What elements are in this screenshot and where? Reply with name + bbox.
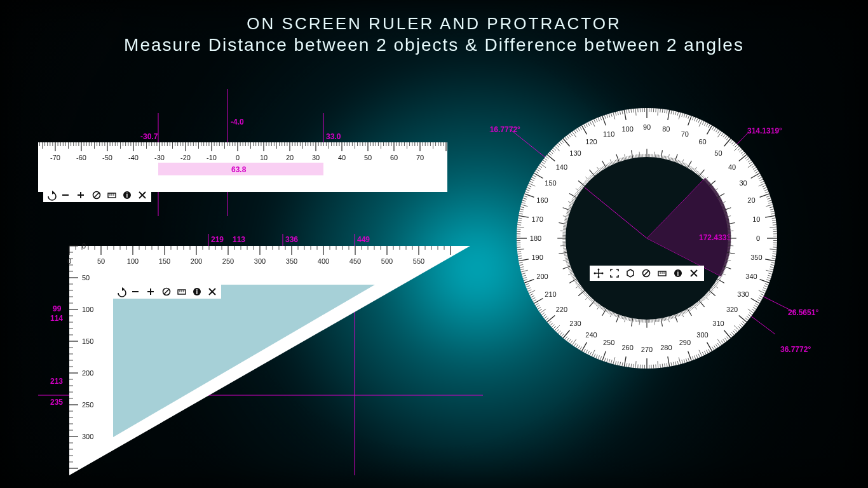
ruler2-v2: 114 xyxy=(50,314,63,323)
protractor-tick-label: 0 xyxy=(756,234,760,242)
ruler2-h-tick-label: 450 xyxy=(349,257,361,265)
protractor-tick-label: 70 xyxy=(681,130,689,138)
protractor-tick-label: 90 xyxy=(643,123,651,131)
protractor-tick-label: 240 xyxy=(585,331,597,339)
protractor-tick-label: 50 xyxy=(714,149,722,157)
ruler1-tick-label: 0 xyxy=(236,154,240,161)
protractor-tick-label: 40 xyxy=(728,163,736,171)
protractor-tick-label: 190 xyxy=(531,254,543,261)
ruler1-diff-label: 63.8 xyxy=(231,165,247,174)
ruler1-tick-label: 10 xyxy=(260,154,268,161)
ruler2-h1: 219 xyxy=(211,235,224,244)
protractor-tick-label: 120 xyxy=(585,138,597,146)
protractor-tick-label: 260 xyxy=(621,344,633,351)
ruler2-h4: 449 xyxy=(357,235,370,244)
ruler2-v3: 213 xyxy=(50,377,63,386)
info-icon[interactable]: i xyxy=(674,269,682,277)
ruler2-h-tick-label: 100 xyxy=(127,257,139,265)
ruler1-tick-label: -60 xyxy=(76,154,86,161)
ruler1-tick-label: -40 xyxy=(128,154,139,161)
protractor-tick-label: 10 xyxy=(752,215,760,223)
svg-text:i: i xyxy=(196,288,198,295)
ruler1-tick-label: -30 xyxy=(154,154,165,161)
page-heading: ON SCREEN RULER AND PROTRACTOR Measure D… xyxy=(0,14,868,55)
ruler2-v-tick-label: 250 xyxy=(82,401,93,409)
svg-rect-160 xyxy=(62,194,69,196)
svg-point-1024 xyxy=(598,276,600,278)
protractor-tick-label: 30 xyxy=(739,179,747,187)
ruler2-h-tick-label: 50 xyxy=(97,257,105,265)
protractor-tick-label: 140 xyxy=(556,163,567,171)
ruler1-tick-label: 20 xyxy=(286,154,294,161)
ruler2-h-tick-label: 400 xyxy=(318,257,329,265)
svg-text:i: i xyxy=(677,270,679,277)
ruler2-h-tick-label: 500 xyxy=(381,257,393,265)
protractor-tick-label: 250 xyxy=(603,339,614,346)
protractor-tick-label: 290 xyxy=(679,339,691,346)
ruler2-v1: 99 xyxy=(53,304,62,313)
ruler2-h-tick-label: 350 xyxy=(286,257,297,265)
protractor-tick-label: 280 xyxy=(660,344,672,351)
protractor-tick-label: 130 xyxy=(569,149,581,157)
svg-rect-162 xyxy=(80,192,81,198)
ruler1-tick-label: 70 xyxy=(416,154,424,161)
ruler2-h2: 113 xyxy=(233,235,245,244)
svg-point-1026 xyxy=(602,273,604,274)
protractor-tick-label: 200 xyxy=(536,273,548,280)
ruler2-h-tick-label: 550 xyxy=(413,257,424,265)
ruler1-tick-label: 30 xyxy=(312,154,320,161)
protractor-diff-inner: 172.4331 xyxy=(699,233,731,242)
ruler1-tick-label: -50 xyxy=(102,154,112,161)
info-icon[interactable]: i xyxy=(123,191,131,199)
protractor-angle2: 314.1319° xyxy=(747,126,782,135)
svg-rect-281 xyxy=(150,288,151,295)
triangle-ruler[interactable]: 235 213 114 99 449 336 219 113 050100150… xyxy=(38,234,521,488)
protractor-angle1: 216.7772° xyxy=(489,125,520,134)
protractor[interactable]: 216.7772° 314.1319° 26.5651° 36.7772° 17… xyxy=(489,89,845,419)
protractor-tick-label: 330 xyxy=(737,290,749,298)
ruler1-tick-label: -10 xyxy=(207,154,217,161)
ruler2-h-tick-label: 150 xyxy=(159,257,170,265)
ruler1-tick-label: -20 xyxy=(180,154,191,161)
ruler2-v-tick-label: 50 xyxy=(82,274,90,281)
protractor-tick-label: 300 xyxy=(696,331,708,339)
ruler1-marker-mid: -4.0 xyxy=(231,118,244,126)
protractor-angle4: 36.7772° xyxy=(780,345,811,354)
ruler1-marker-right: 33.0 xyxy=(326,132,341,141)
protractor-tick-label: 180 xyxy=(530,234,541,242)
svg-text:i: i xyxy=(126,192,128,199)
minus-icon[interactable] xyxy=(62,194,69,196)
ruler2-v-tick-label: 150 xyxy=(82,337,93,345)
linear-ruler[interactable]: -4.0 -30.7 33.0 -70-60-50-40-30-20-10010… xyxy=(32,89,477,229)
protractor-tick-label: 170 xyxy=(531,215,543,223)
ruler2-h3: 336 xyxy=(285,235,298,244)
ruler2-h-tick-label: 300 xyxy=(254,257,266,265)
protractor-tick-label: 60 xyxy=(698,138,706,146)
protractor-tick-label: 230 xyxy=(569,320,581,327)
protractor-tick-label: 340 xyxy=(745,273,757,280)
minus-icon[interactable] xyxy=(132,291,139,292)
ruler2-v-tick-label: 200 xyxy=(82,369,93,377)
protractor-tick-label: 150 xyxy=(545,179,556,187)
svg-point-1023 xyxy=(598,269,600,271)
protractor-tick-label: 20 xyxy=(747,196,755,204)
heading-line1: ON SCREEN RULER AND PROTRACTOR xyxy=(0,14,868,34)
ruler1-tick-label: 40 xyxy=(338,154,346,161)
ruler2-v4: 235 xyxy=(50,398,63,407)
ruler1-tick-label: 60 xyxy=(390,154,398,161)
heading-line2: Measure Distance between 2 objects & Dif… xyxy=(0,35,868,55)
protractor-tick-label: 220 xyxy=(556,306,567,313)
ruler1-tick-label: -70 xyxy=(50,154,60,161)
protractor-tick-label: 210 xyxy=(545,290,556,298)
protractor-tick-label: 350 xyxy=(750,254,762,261)
protractor-tick-label: 80 xyxy=(662,125,670,133)
info-icon[interactable]: i xyxy=(193,288,201,295)
ruler2-h-tick-label: 250 xyxy=(222,257,234,265)
protractor-angle3: 26.5651° xyxy=(788,308,818,317)
protractor-tick-label: 320 xyxy=(726,306,738,313)
svg-point-1025 xyxy=(594,273,596,274)
ruler1-tick-label: 50 xyxy=(364,154,372,161)
protractor-tick-label: 160 xyxy=(536,196,548,204)
ruler2-v-tick-label: 0 xyxy=(82,242,86,250)
ruler2-h-tick-label: 200 xyxy=(191,257,202,265)
